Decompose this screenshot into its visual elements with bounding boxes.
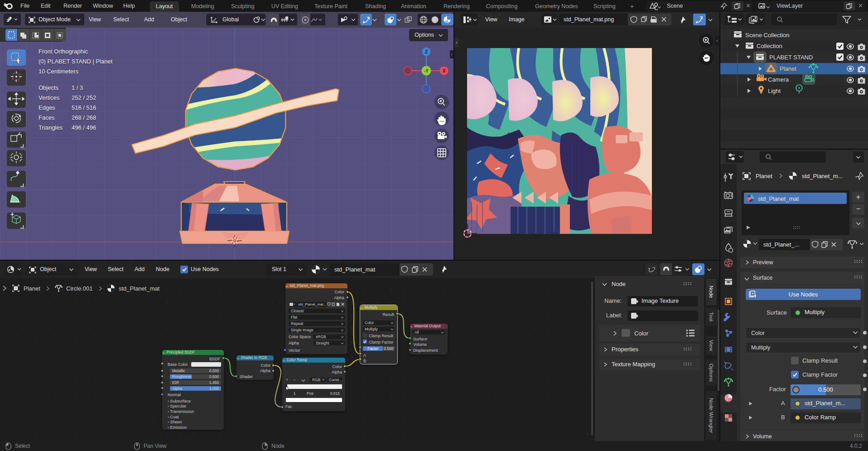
svg-text:-Y: -Y <box>424 68 429 73</box>
svg-text:Z: Z <box>425 49 428 54</box>
svg-text:X: X <box>443 68 446 73</box>
